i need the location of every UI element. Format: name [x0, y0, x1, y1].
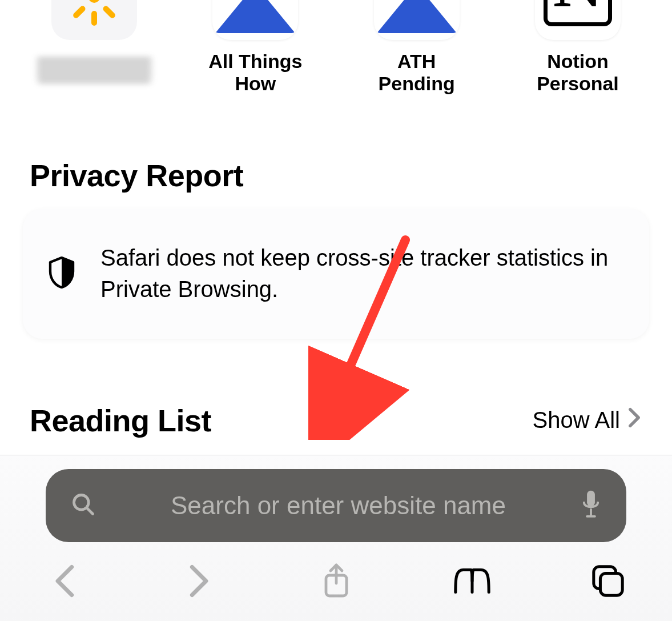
reading-list-heading: Reading List: [30, 403, 211, 438]
search-icon: [71, 492, 96, 519]
favorite-item-4[interactable]: N Notion Personal: [512, 0, 643, 95]
triangle-icon: [212, 0, 298, 40]
bottom-toolbar-area: Search or enter website name: [0, 455, 672, 621]
show-all-button[interactable]: Show All: [533, 407, 641, 433]
shield-icon: [48, 257, 75, 291]
back-button[interactable]: [41, 558, 87, 604]
show-all-label: Show All: [533, 407, 620, 433]
favorite-label: Notion Personal: [537, 50, 619, 95]
privacy-report-heading: Privacy Report: [0, 158, 672, 193]
favorites-row: All Things How ATH Pending N Notion Pers…: [0, 0, 672, 95]
favorite-label: [37, 56, 151, 82]
svg-rect-9: [600, 573, 622, 595]
favorite-item-1[interactable]: [29, 0, 160, 95]
privacy-report-card[interactable]: Safari does not keep cross-site tracker …: [23, 209, 649, 338]
svg-line-2: [87, 508, 93, 514]
privacy-report-message: Safari does not keep cross-site tracker …: [100, 242, 624, 305]
chevron-right-icon: [628, 407, 641, 433]
microphone-icon[interactable]: [581, 490, 601, 522]
address-placeholder: Search or enter website name: [112, 491, 565, 520]
favorite-item-2[interactable]: All Things How: [190, 0, 321, 95]
favorite-item-3[interactable]: ATH Pending: [351, 0, 482, 95]
sun-icon: [51, 0, 137, 40]
favorite-label: ATH Pending: [379, 50, 455, 95]
forward-button[interactable]: [177, 558, 223, 604]
share-button[interactable]: [313, 558, 359, 604]
bookmarks-button[interactable]: [449, 558, 495, 604]
notion-icon: N: [535, 0, 621, 40]
tabs-button[interactable]: [585, 558, 631, 604]
bottom-toolbar: [0, 542, 672, 614]
svg-rect-3: [587, 491, 595, 507]
reading-list-row: Reading List Show All: [0, 403, 672, 445]
address-bar[interactable]: Search or enter website name: [46, 469, 626, 542]
favorite-label: All Things How: [208, 50, 302, 95]
triangle-icon: [374, 0, 460, 40]
